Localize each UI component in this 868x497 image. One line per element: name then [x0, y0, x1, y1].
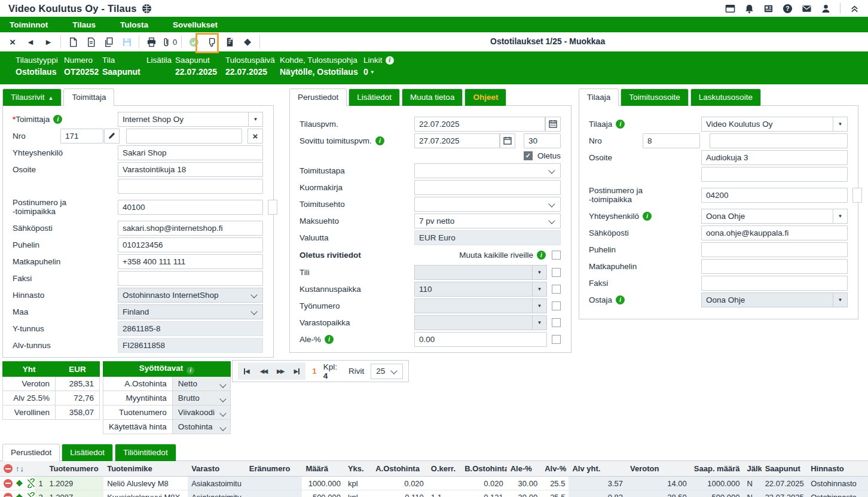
delete-row-icon[interactable]	[4, 479, 13, 488]
band-linkit[interactable]: Linkiti 0▾	[363, 56, 394, 84]
yhteyshenkilo-input[interactable]	[118, 145, 263, 160]
document-lines-icon[interactable]	[221, 33, 239, 50]
dropdown-arrow-icon[interactable]: ▼	[532, 299, 546, 313]
tilaaja-puhelin-input[interactable]	[701, 242, 848, 257]
kuormakirja-input[interactable]	[414, 180, 561, 195]
tab-tilaaja[interactable]: Tilaaja	[579, 89, 619, 106]
dropdown-arrow-icon[interactable]: ▼	[833, 117, 847, 131]
tilauspvm-input[interactable]	[414, 117, 545, 132]
toimitustapa-select[interactable]	[414, 163, 561, 178]
grid-header[interactable]: A.Ostohinta	[372, 461, 427, 477]
toimittaja-name2-input[interactable]	[126, 129, 242, 144]
copy-document-icon[interactable]	[100, 33, 118, 50]
next-page-icon[interactable]: ▶▶	[277, 368, 283, 374]
calendar-icon[interactable]	[500, 133, 515, 148]
ostaja-combobox[interactable]: Oona Ohje▼	[701, 292, 848, 307]
dropdown-arrow-icon[interactable]: ▼	[833, 209, 847, 223]
tab-ohjeet[interactable]: Ohjeet	[464, 89, 506, 106]
maa-select[interactable]: Finland	[118, 304, 263, 319]
tilaaja-nro-input[interactable]	[643, 133, 700, 148]
new-document-icon[interactable]	[64, 33, 82, 50]
attachment-icon[interactable]: 0	[160, 33, 178, 50]
dropdown-arrow-icon[interactable]: ▼	[532, 282, 546, 296]
kustannuspaikka-checkbox[interactable]	[552, 285, 561, 294]
puhelin-input[interactable]	[118, 237, 263, 252]
postitoimipaikka-input[interactable]	[268, 200, 277, 215]
myyntihinta-select[interactable]: Brutto	[172, 391, 230, 405]
tilaaja-name2-input[interactable]	[710, 133, 848, 148]
tab-perustiedot[interactable]: Perustiedot	[289, 89, 347, 106]
menu-toiminnot[interactable]: Toiminnot	[10, 20, 60, 29]
muuta-kaikille-checkbox[interactable]	[552, 251, 561, 260]
first-page-icon[interactable]: ◀	[244, 368, 250, 374]
grid-header[interactable]: Jälk.	[743, 461, 761, 477]
tab-lisatiedot[interactable]: Lisätiedot	[349, 89, 400, 106]
toimitusaika-days-input[interactable]	[524, 133, 561, 148]
tilaaja-toimipaikka-input[interactable]	[852, 188, 862, 203]
tab-toimittaja[interactable]: Toimittaja	[63, 89, 114, 106]
grid-header[interactable]: Saap. määrä	[690, 461, 744, 477]
print-icon[interactable]	[142, 33, 160, 50]
tilaaja-sahkoposti-input[interactable]	[701, 225, 848, 240]
toimittaja-nro-input[interactable]	[60, 129, 103, 144]
dropdown-arrow-icon[interactable]: ▼	[833, 293, 847, 307]
oletus-checkbox[interactable]: ✓	[524, 151, 533, 160]
tab-toimitusosoite[interactable]: Toimitusosoite	[621, 89, 689, 106]
osoite1-input[interactable]	[118, 162, 263, 177]
grid-header[interactable]: Hinnasto	[807, 461, 868, 477]
tilaaja-combobox[interactable]: Video Koulutus Oy▼	[701, 117, 848, 132]
previous-page-icon[interactable]: ◀◀	[260, 368, 267, 374]
grid-header[interactable]: Varasto	[188, 461, 246, 477]
dropbox-icon[interactable]: ❖	[239, 33, 256, 50]
tilaaja-matkapuhelin-input[interactable]	[701, 259, 848, 274]
sort-arrows-icon[interactable]: ↑↓	[16, 464, 25, 473]
osoite2-input[interactable]	[118, 179, 263, 194]
help-icon[interactable]: ?	[783, 4, 793, 14]
tili-combobox[interactable]: ▼	[414, 265, 547, 280]
maksuehto-select[interactable]: 7 pv netto	[414, 214, 561, 228]
menu-tulosta[interactable]: Tulosta	[120, 20, 161, 29]
tilaaja-osoite1-input[interactable]	[701, 150, 848, 165]
toimittaja-combobox[interactable]: Internet Shop Oy▼	[118, 112, 263, 127]
tab-laskutusosoite[interactable]: Laskutusosoite	[690, 89, 761, 106]
tilaaja-postinumero-input[interactable]	[701, 188, 848, 203]
mail-icon[interactable]	[802, 4, 812, 14]
varastopaikka-checkbox[interactable]	[552, 318, 561, 327]
ale-input[interactable]	[414, 332, 547, 347]
current-page[interactable]: 1	[312, 367, 317, 376]
grid-header[interactable]: Tuotenumero	[46, 461, 104, 477]
grid-header[interactable]: Ale-%	[507, 461, 541, 477]
notifications-bell-icon[interactable]	[744, 4, 754, 14]
ale-checkbox[interactable]	[552, 335, 561, 344]
save-icon[interactable]	[118, 33, 136, 50]
cell-tuotenumero[interactable]: 1.2029	[46, 477, 104, 490]
tilaaja-osoite2-input[interactable]	[701, 167, 848, 182]
dropdown-arrow-icon[interactable]: ▼	[532, 316, 546, 330]
yhteyshenkilo-combobox[interactable]: Oona Ohje▼	[701, 209, 848, 224]
grid-header[interactable]: B.Ostohinta	[461, 461, 507, 477]
grid-header[interactable]: Veroton	[626, 461, 690, 477]
grid-header[interactable]: Saapunut	[762, 461, 808, 477]
hinnasto-select[interactable]: Ostohinnasto InternetShop	[118, 288, 263, 303]
user-icon[interactable]	[821, 4, 831, 14]
toimitusehto-select[interactable]	[414, 197, 561, 212]
kaytettava-hinta-select[interactable]: Ostohinta	[172, 420, 230, 434]
collapse-chevrons-icon[interactable]	[849, 4, 860, 14]
news-icon[interactable]	[763, 4, 774, 14]
unlink-icon[interactable]	[26, 492, 35, 497]
tab-rivit-lisatiedot[interactable]: Lisätiedot	[62, 444, 113, 461]
matkapuhelin-input[interactable]	[118, 254, 263, 269]
a-ostohinta-select[interactable]: Netto	[172, 377, 230, 391]
close-icon[interactable]: ×	[4, 33, 22, 50]
grid-header[interactable]: Tuotenimike	[103, 461, 188, 477]
dropbox-row-icon[interactable]: ❖	[16, 493, 23, 497]
previous-record-icon[interactable]: ◀	[22, 33, 39, 50]
tyonumero-combobox[interactable]: ▼	[414, 298, 547, 313]
sahkoposti-input[interactable]	[118, 221, 263, 236]
grid-header[interactable]: Määrä	[302, 461, 344, 477]
menu-sovellukset[interactable]: Sovellukset	[173, 20, 230, 29]
delete-row-icon[interactable]	[4, 493, 13, 497]
tyonumero-checkbox[interactable]	[552, 301, 561, 310]
faksi-input[interactable]	[118, 271, 263, 286]
tili-checkbox[interactable]	[552, 268, 561, 277]
